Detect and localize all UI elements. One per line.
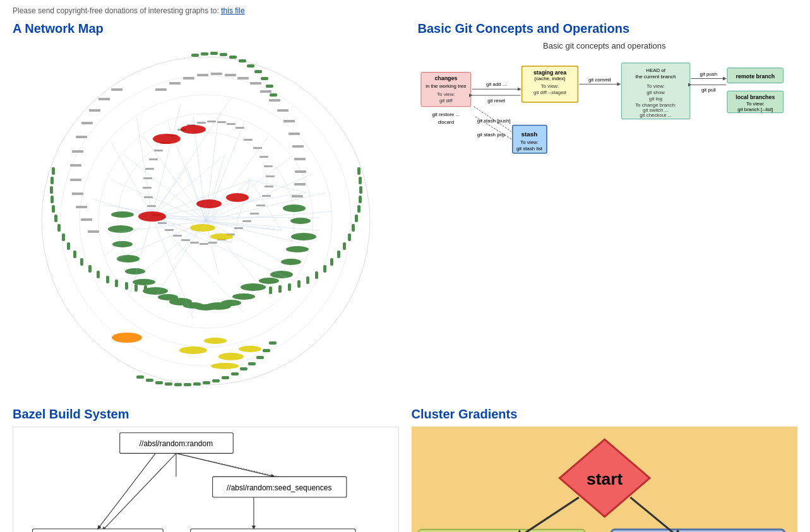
svg-rect-23	[348, 233, 351, 241]
svg-rect-156	[235, 127, 244, 129]
svg-rect-32	[278, 285, 282, 293]
notice-link[interactable]: this file	[221, 6, 244, 15]
svg-line-165	[152, 216, 294, 281]
svg-line-205	[155, 221, 206, 297]
svg-rect-127	[256, 204, 265, 206]
svg-point-87	[112, 241, 133, 247]
network-map-container	[29, 41, 383, 394]
svg-rect-282	[610, 529, 784, 532]
svg-rect-6	[201, 52, 208, 56]
svg-text:git stash pop: git stash pop	[477, 132, 505, 138]
svg-rect-63	[240, 367, 247, 370]
svg-text:the current branch: the current branch	[635, 74, 676, 80]
svg-rect-122	[259, 156, 268, 158]
svg-text:git add ...: git add ...	[486, 81, 506, 87]
svg-line-177	[206, 221, 282, 230]
svg-line-277	[98, 453, 155, 529]
top-notice: Please send copyright-free donations of …	[13, 6, 797, 15]
svg-text:git stash [push]: git stash [push]	[477, 118, 510, 124]
svg-rect-13	[261, 77, 268, 80]
svg-rect-126	[262, 195, 271, 197]
svg-rect-120	[244, 139, 253, 141]
svg-text:staging area: staging area	[533, 69, 566, 76]
svg-rect-27	[323, 265, 326, 273]
bazel-title[interactable]: Bazel Build System	[13, 407, 399, 422]
svg-point-86	[117, 255, 140, 263]
svg-rect-34	[52, 167, 55, 175]
svg-rect-33	[269, 287, 272, 294]
svg-rect-152	[197, 122, 206, 124]
svg-rect-147	[154, 150, 163, 151]
svg-rect-29	[306, 276, 309, 284]
svg-rect-57	[184, 383, 191, 386]
svg-text:start: start	[587, 470, 623, 488]
svg-line-288	[515, 497, 579, 532]
svg-rect-108	[111, 88, 122, 91]
svg-rect-94	[211, 73, 222, 75]
svg-rect-48	[115, 280, 118, 287]
svg-rect-146	[149, 158, 158, 160]
svg-line-268	[176, 453, 275, 476]
svg-line-182	[250, 180, 307, 192]
svg-rect-124	[266, 175, 275, 177]
svg-text:git show: git show	[646, 90, 665, 95]
svg-rect-25	[337, 251, 340, 258]
svg-line-266	[102, 453, 176, 530]
network-map-title[interactable]: A Network Map	[13, 21, 399, 36]
svg-rect-91	[169, 82, 181, 85]
svg-rect-65	[256, 356, 264, 359]
svg-rect-67	[269, 341, 277, 345]
cluster-diagram-svg: start process #1 process #2 a0 b0	[412, 427, 798, 532]
svg-rect-58	[193, 382, 201, 386]
git-subtitle: Basic git concepts and operations	[418, 41, 792, 50]
svg-line-174	[152, 98, 231, 216]
cluster-title[interactable]: Cluster Gradients	[412, 407, 798, 422]
page-container: Please send copyright-free donations of …	[0, 0, 810, 532]
svg-text:discard: discard	[438, 119, 453, 125]
svg-rect-116	[72, 192, 83, 195]
svg-rect-134	[200, 243, 208, 245]
svg-rect-129	[242, 220, 251, 222]
svg-rect-104	[294, 158, 306, 160]
svg-text:git branch [--list]: git branch [--list]	[737, 107, 773, 112]
svg-point-214	[204, 338, 227, 344]
svg-text:remote branch: remote branch	[736, 73, 775, 80]
svg-rect-5	[191, 54, 199, 57]
svg-rect-19	[359, 196, 362, 203]
svg-point-74	[259, 278, 279, 284]
svg-point-76	[232, 293, 255, 300]
svg-text:To view:: To view:	[520, 139, 538, 145]
svg-rect-30	[297, 280, 301, 288]
left-column: A Network Map	[13, 21, 399, 394]
bazel-diagram-svg: //absl/random:random //absl/random:seed_…	[13, 427, 399, 532]
svg-point-216	[239, 346, 261, 352]
svg-line-180	[231, 180, 250, 243]
svg-rect-36	[50, 186, 53, 194]
svg-text:git log: git log	[649, 96, 662, 102]
svg-rect-115	[70, 179, 81, 181]
svg-rect-20	[357, 205, 360, 213]
svg-rect-59	[203, 381, 210, 384]
svg-rect-17	[359, 177, 362, 184]
svg-rect-40	[57, 224, 61, 232]
svg-point-210	[226, 193, 249, 202]
git-concepts-title[interactable]: Basic Git Concepts and Operations	[418, 21, 792, 36]
svg-rect-275	[191, 529, 355, 532]
svg-rect-54	[155, 381, 163, 384]
svg-line-179	[206, 155, 225, 221]
svg-rect-92	[183, 77, 194, 80]
svg-line-161	[152, 167, 187, 216]
svg-rect-42	[67, 242, 70, 250]
svg-rect-145	[145, 168, 154, 170]
svg-text:git diff: git diff	[439, 98, 453, 103]
svg-point-213	[179, 346, 207, 354]
svg-rect-8	[220, 53, 227, 56]
svg-point-84	[133, 279, 155, 285]
svg-rect-39	[54, 215, 57, 222]
svg-rect-113	[72, 150, 83, 153]
svg-rect-105	[295, 170, 306, 173]
svg-rect-143	[143, 187, 152, 189]
svg-text:HEAD of: HEAD of	[646, 68, 665, 73]
svg-rect-155	[227, 123, 235, 125]
bottom-grid: Bazel Build System //absl/random:random …	[13, 407, 797, 532]
